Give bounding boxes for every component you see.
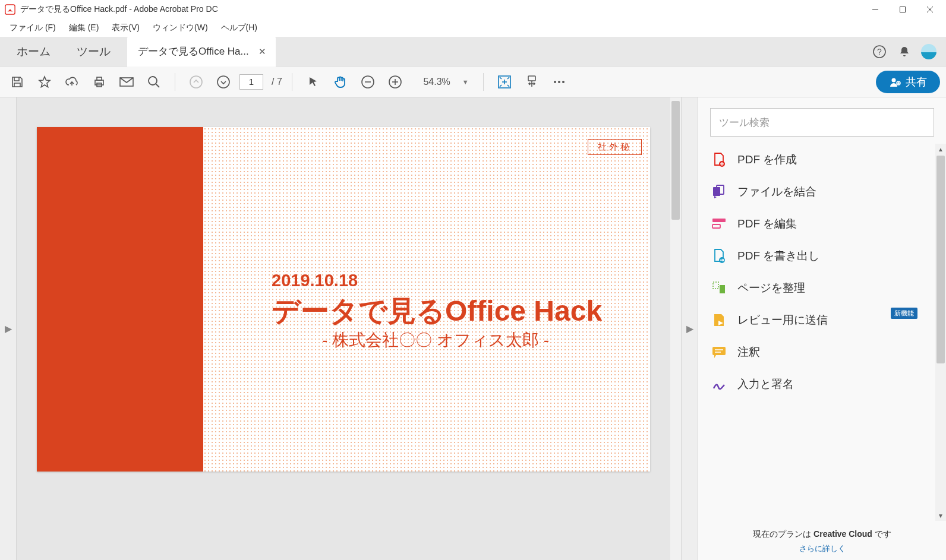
tool-label: レビュー用に送信	[737, 312, 828, 328]
svg-line-12	[156, 84, 159, 87]
tool-comment[interactable]: 注釈	[698, 336, 935, 368]
tool-combine-files[interactable]: ファイルを結合	[698, 176, 935, 208]
tool-fill-sign[interactable]: 入力と署名	[698, 368, 935, 400]
tool-label: PDF を編集	[737, 216, 797, 232]
share-person-icon	[889, 76, 901, 88]
combine-files-icon	[711, 184, 727, 200]
notifications-icon[interactable]	[896, 43, 913, 60]
maximize-button[interactable]	[889, 0, 916, 19]
send-review-icon	[711, 312, 727, 328]
doc-title: データで見るOffice Hack	[272, 292, 602, 330]
menu-view[interactable]: 表示(V)	[106, 20, 146, 36]
tools-scrollbar[interactable]: ▲ ▼	[935, 144, 946, 521]
organize-pages-icon	[711, 280, 727, 296]
menu-edit[interactable]: 編集 (E)	[63, 20, 105, 36]
tool-edit-pdf[interactable]: PDF を編集	[698, 208, 935, 240]
tab-close-icon[interactable]: ✕	[255, 45, 270, 58]
cloud-upload-icon[interactable]	[61, 71, 83, 93]
plan-details-link[interactable]: さらに詳しく	[709, 543, 935, 554]
tool-label: PDF を作成	[737, 152, 797, 167]
menu-help[interactable]: ヘルプ(H)	[215, 20, 263, 36]
svg-rect-39	[712, 347, 726, 355]
find-icon[interactable]	[143, 71, 165, 93]
fit-width-icon[interactable]	[521, 71, 543, 93]
svg-point-11	[149, 77, 157, 85]
scroll-up-icon[interactable]: ▲	[935, 144, 946, 154]
svg-point-25	[892, 78, 896, 82]
viewer-scrollbar[interactable]	[670, 97, 681, 560]
avatar[interactable]	[921, 44, 936, 59]
tab-bar: ホーム ツール データで見るOffice Ha... ✕ ?	[0, 37, 946, 67]
share-label: 共有	[906, 75, 927, 89]
document-viewer[interactable]: 社外秘 2019.10.18 データで見るOffice Hack - 株式会社〇…	[17, 97, 670, 560]
svg-rect-8	[97, 77, 102, 80]
selection-tool-icon[interactable]	[302, 71, 324, 93]
title-bar: データで見るOffice Hack.pdf - Adobe Acrobat Pr…	[0, 0, 946, 19]
menu-file[interactable]: ファイル (F)	[4, 20, 62, 36]
plan-footer: 現在のプランは Creative Cloud です さらに詳しく	[698, 521, 946, 560]
confidential-stamp: 社外秘	[588, 139, 642, 155]
share-button[interactable]: 共有	[876, 71, 940, 93]
minimize-button[interactable]	[862, 0, 889, 19]
window-title: データで見るOffice Hack.pdf - Adobe Acrobat Pr…	[20, 4, 862, 15]
fit-page-icon[interactable]	[493, 71, 516, 93]
svg-point-24	[562, 81, 565, 83]
svg-text:?: ?	[877, 47, 882, 56]
create-pdf-icon	[711, 152, 727, 167]
mail-icon[interactable]	[115, 71, 138, 93]
svg-point-22	[554, 81, 556, 83]
svg-point-23	[558, 81, 560, 83]
tool-organize-pages[interactable]: ページを整理	[698, 272, 935, 304]
star-icon[interactable]	[33, 71, 56, 93]
tool-label: PDF を書き出し	[737, 248, 819, 264]
svg-rect-35	[712, 224, 720, 228]
scroll-down-icon[interactable]: ▼	[935, 510, 946, 521]
tool-label: ファイルを結合	[737, 184, 816, 200]
page-total: / 7	[272, 77, 282, 87]
toolbar: / 7 54.3% ▼ 共有	[0, 67, 946, 97]
right-panel-toggle[interactable]: ▶	[681, 97, 698, 560]
zoom-out-icon[interactable]	[357, 71, 379, 93]
print-icon[interactable]	[88, 71, 111, 93]
svg-rect-7	[95, 80, 103, 85]
close-button[interactable]	[916, 0, 944, 19]
plan-name: Creative Cloud	[813, 529, 872, 539]
svg-rect-34	[712, 219, 726, 222]
plan-text-prefix: 現在のプランは	[753, 529, 813, 539]
zoom-level: 54.3%	[411, 77, 453, 87]
tab-home[interactable]: ホーム	[4, 37, 64, 67]
page-down-icon[interactable]	[212, 71, 235, 93]
page-number-input[interactable]	[239, 74, 263, 90]
edit-pdf-icon	[711, 216, 727, 232]
svg-rect-37	[713, 282, 718, 289]
tool-create-pdf[interactable]: PDF を作成	[698, 144, 935, 176]
save-icon[interactable]	[6, 71, 29, 93]
tab-document-label: データで見るOffice Ha...	[138, 45, 249, 58]
svg-rect-38	[720, 285, 725, 293]
tool-export-pdf[interactable]: PDF を書き出し	[698, 240, 935, 272]
tool-search-input[interactable]: ツール検索	[710, 108, 934, 137]
zoom-dropdown-icon[interactable]: ▼	[458, 78, 474, 86]
tool-label: 注釈	[737, 344, 760, 360]
svg-point-13	[190, 76, 202, 88]
content-area: ▶ 社外秘 2019.10.18 データで見るOffice Hack - 株式会…	[0, 97, 946, 560]
export-pdf-icon	[711, 248, 727, 264]
help-icon[interactable]: ?	[871, 43, 888, 60]
more-tools-icon[interactable]	[548, 71, 570, 93]
svg-rect-2	[900, 7, 906, 12]
menu-window[interactable]: ウィンドウ(W)	[147, 20, 214, 36]
tab-tools[interactable]: ツール	[64, 37, 124, 67]
tool-send-review[interactable]: レビュー用に送信 新機能	[698, 304, 935, 336]
left-panel-toggle[interactable]: ▶	[0, 97, 17, 560]
doc-date: 2019.10.18	[272, 271, 358, 290]
pdf-page: 社外秘 2019.10.18 データで見るOffice Hack - 株式会社〇…	[37, 127, 650, 472]
tools-panel: ツール検索 PDF を作成 ファイルを結合 PDF を編集 PDF を書	[698, 97, 946, 560]
search-placeholder: ツール検索	[719, 116, 770, 129]
comment-icon	[711, 344, 727, 360]
page-up-icon[interactable]	[185, 71, 207, 93]
hand-tool-icon[interactable]	[329, 71, 352, 93]
zoom-in-icon[interactable]	[384, 71, 406, 93]
new-feature-badge: 新機能	[891, 308, 917, 319]
tool-label: 入力と署名	[737, 377, 794, 392]
tab-document[interactable]: データで見るOffice Ha... ✕	[127, 37, 276, 67]
